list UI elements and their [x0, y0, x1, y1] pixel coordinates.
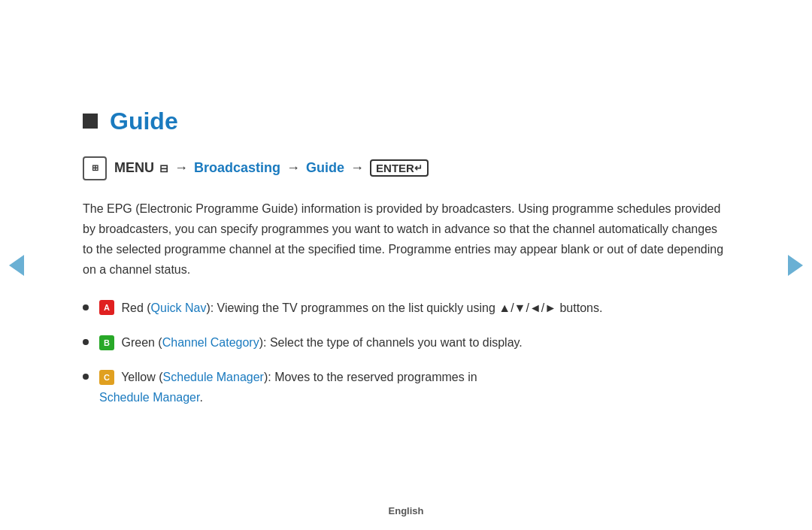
- bullet-list: A Red (Quick Nav): Viewing the TV progra…: [83, 298, 729, 408]
- badge-green: B: [99, 335, 114, 350]
- color-name-red: Red: [121, 301, 143, 314]
- description-text: The EPG (Electronic Programme Guide) inf…: [83, 198, 729, 280]
- menu-path: ⊞ MENU⊟ → Broadcasting → Guide → ENTER↵: [83, 156, 729, 180]
- bullet-desc-1: : Viewing the TV programmes on the list …: [211, 301, 603, 314]
- color-name-yellow: Yellow: [121, 371, 156, 383]
- enter-icon: ENTER↵: [370, 159, 429, 177]
- bullet-dot: [83, 304, 89, 310]
- bullet-dot: [83, 374, 89, 380]
- guide-link[interactable]: Guide: [306, 160, 344, 176]
- menu-label: MENU: [114, 160, 154, 176]
- bullet-content: C Yellow (Schedule Manager): Moves to th…: [99, 368, 729, 407]
- page-title: Guide: [110, 108, 178, 135]
- bullet-desc-2: : Select the type of channels you want t…: [263, 336, 523, 349]
- bullet-dot: [83, 339, 89, 345]
- suffix: .: [199, 391, 202, 404]
- badge-red: A: [99, 300, 114, 315]
- arrow3: →: [350, 160, 364, 176]
- page-container: Guide ⊞ MENU⊟ → Broadcasting → Guide → E…: [0, 0, 812, 530]
- badge-yellow: C: [99, 370, 114, 385]
- enter-label: ENTER: [376, 162, 414, 174]
- color-name-green: Green: [121, 336, 154, 349]
- arrow1: →: [174, 160, 188, 176]
- footer-language: English: [389, 505, 424, 516]
- broadcasting-link[interactable]: Broadcasting: [194, 160, 280, 176]
- nav-arrow-right[interactable]: [786, 252, 804, 279]
- schedule-manager-link-2[interactable]: Schedule Manager: [99, 391, 199, 404]
- quick-nav-link[interactable]: Quick Nav: [151, 301, 207, 314]
- channel-category-link[interactable]: Channel Category: [162, 336, 259, 349]
- title-section: Guide: [83, 108, 729, 135]
- bullet-content: B Green (Channel Category): Select the t…: [99, 333, 729, 353]
- bullet-content: A Red (Quick Nav): Viewing the TV progra…: [99, 298, 729, 318]
- arrow2: →: [286, 160, 300, 176]
- list-item: B Green (Channel Category): Select the t…: [83, 333, 729, 353]
- bullet-desc-3: : Moves to the reserved programmes in: [268, 371, 477, 383]
- menu-bar-icon: ⊟: [159, 162, 168, 174]
- schedule-manager-link[interactable]: Schedule Manager: [163, 371, 264, 383]
- list-item: C Yellow (Schedule Manager): Moves to th…: [83, 368, 729, 407]
- title-square-icon: [83, 114, 98, 129]
- menu-icon: ⊞: [83, 156, 107, 180]
- content-area: Guide ⊞ MENU⊟ → Broadcasting → Guide → E…: [68, 77, 744, 453]
- nav-arrow-left[interactable]: [8, 252, 26, 279]
- list-item: A Red (Quick Nav): Viewing the TV progra…: [83, 298, 729, 318]
